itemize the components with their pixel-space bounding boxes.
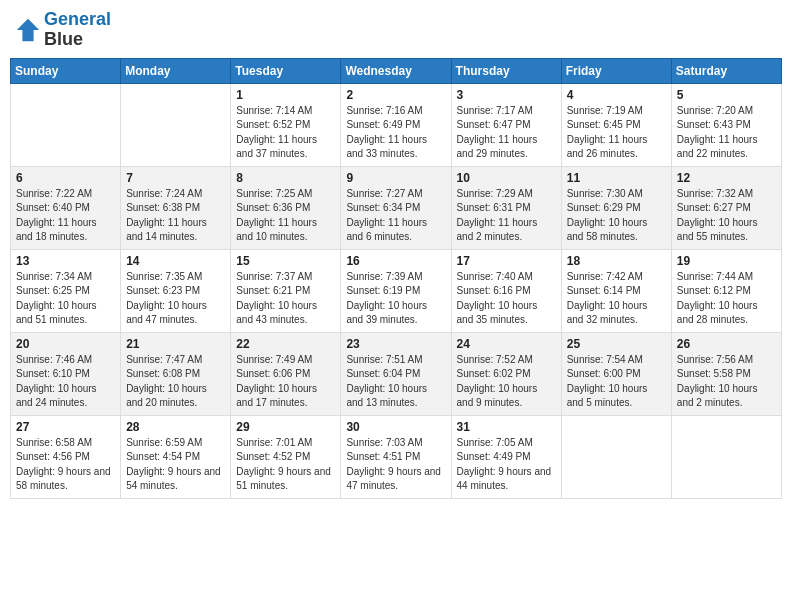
day-number: 17 [457,254,556,268]
calendar-cell: 12Sunrise: 7:32 AM Sunset: 6:27 PM Dayli… [671,166,781,249]
day-info: Sunrise: 7:03 AM Sunset: 4:51 PM Dayligh… [346,436,445,494]
calendar-week-4: 20Sunrise: 7:46 AM Sunset: 6:10 PM Dayli… [11,332,782,415]
day-number: 18 [567,254,666,268]
calendar-week-1: 1Sunrise: 7:14 AM Sunset: 6:52 PM Daylig… [11,83,782,166]
day-info: Sunrise: 7:54 AM Sunset: 6:00 PM Dayligh… [567,353,666,411]
day-info: Sunrise: 7:29 AM Sunset: 6:31 PM Dayligh… [457,187,556,245]
calendar-cell: 9Sunrise: 7:27 AM Sunset: 6:34 PM Daylig… [341,166,451,249]
calendar-cell: 8Sunrise: 7:25 AM Sunset: 6:36 PM Daylig… [231,166,341,249]
day-info: Sunrise: 7:52 AM Sunset: 6:02 PM Dayligh… [457,353,556,411]
day-number: 29 [236,420,335,434]
weekday-header-tuesday: Tuesday [231,58,341,83]
calendar-cell: 3Sunrise: 7:17 AM Sunset: 6:47 PM Daylig… [451,83,561,166]
logo-text: General Blue [44,10,111,50]
day-number: 8 [236,171,335,185]
day-info: Sunrise: 7:46 AM Sunset: 6:10 PM Dayligh… [16,353,115,411]
day-number: 20 [16,337,115,351]
day-number: 21 [126,337,225,351]
page-header: General Blue [10,10,782,50]
day-info: Sunrise: 7:49 AM Sunset: 6:06 PM Dayligh… [236,353,335,411]
day-number: 15 [236,254,335,268]
calendar-cell: 30Sunrise: 7:03 AM Sunset: 4:51 PM Dayli… [341,415,451,498]
day-number: 4 [567,88,666,102]
day-number: 3 [457,88,556,102]
calendar-week-3: 13Sunrise: 7:34 AM Sunset: 6:25 PM Dayli… [11,249,782,332]
day-number: 25 [567,337,666,351]
day-number: 9 [346,171,445,185]
calendar-cell: 25Sunrise: 7:54 AM Sunset: 6:00 PM Dayli… [561,332,671,415]
calendar-cell: 11Sunrise: 7:30 AM Sunset: 6:29 PM Dayli… [561,166,671,249]
day-number: 23 [346,337,445,351]
calendar-cell: 16Sunrise: 7:39 AM Sunset: 6:19 PM Dayli… [341,249,451,332]
weekday-header-monday: Monday [121,58,231,83]
calendar-cell: 26Sunrise: 7:56 AM Sunset: 5:58 PM Dayli… [671,332,781,415]
day-info: Sunrise: 6:59 AM Sunset: 4:54 PM Dayligh… [126,436,225,494]
calendar-cell: 28Sunrise: 6:59 AM Sunset: 4:54 PM Dayli… [121,415,231,498]
calendar-cell: 22Sunrise: 7:49 AM Sunset: 6:06 PM Dayli… [231,332,341,415]
day-number: 2 [346,88,445,102]
weekday-header-thursday: Thursday [451,58,561,83]
calendar-cell: 4Sunrise: 7:19 AM Sunset: 6:45 PM Daylig… [561,83,671,166]
calendar-cell [11,83,121,166]
day-info: Sunrise: 7:16 AM Sunset: 6:49 PM Dayligh… [346,104,445,162]
day-info: Sunrise: 7:32 AM Sunset: 6:27 PM Dayligh… [677,187,776,245]
day-number: 27 [16,420,115,434]
day-number: 22 [236,337,335,351]
day-number: 28 [126,420,225,434]
day-info: Sunrise: 6:58 AM Sunset: 4:56 PM Dayligh… [16,436,115,494]
logo: General Blue [14,10,111,50]
calendar-cell: 19Sunrise: 7:44 AM Sunset: 6:12 PM Dayli… [671,249,781,332]
calendar-cell: 6Sunrise: 7:22 AM Sunset: 6:40 PM Daylig… [11,166,121,249]
day-number: 1 [236,88,335,102]
day-number: 19 [677,254,776,268]
day-info: Sunrise: 7:01 AM Sunset: 4:52 PM Dayligh… [236,436,335,494]
day-info: Sunrise: 7:24 AM Sunset: 6:38 PM Dayligh… [126,187,225,245]
calendar-cell [121,83,231,166]
day-number: 5 [677,88,776,102]
day-number: 13 [16,254,115,268]
day-info: Sunrise: 7:42 AM Sunset: 6:14 PM Dayligh… [567,270,666,328]
weekday-header-sunday: Sunday [11,58,121,83]
weekday-header-wednesday: Wednesday [341,58,451,83]
calendar-cell: 23Sunrise: 7:51 AM Sunset: 6:04 PM Dayli… [341,332,451,415]
day-info: Sunrise: 7:37 AM Sunset: 6:21 PM Dayligh… [236,270,335,328]
day-number: 26 [677,337,776,351]
weekday-header-saturday: Saturday [671,58,781,83]
weekday-header-row: SundayMondayTuesdayWednesdayThursdayFrid… [11,58,782,83]
day-info: Sunrise: 7:39 AM Sunset: 6:19 PM Dayligh… [346,270,445,328]
day-info: Sunrise: 7:17 AM Sunset: 6:47 PM Dayligh… [457,104,556,162]
day-number: 10 [457,171,556,185]
day-info: Sunrise: 7:14 AM Sunset: 6:52 PM Dayligh… [236,104,335,162]
day-info: Sunrise: 7:40 AM Sunset: 6:16 PM Dayligh… [457,270,556,328]
calendar-cell: 17Sunrise: 7:40 AM Sunset: 6:16 PM Dayli… [451,249,561,332]
day-info: Sunrise: 7:51 AM Sunset: 6:04 PM Dayligh… [346,353,445,411]
calendar-cell [561,415,671,498]
calendar-cell: 15Sunrise: 7:37 AM Sunset: 6:21 PM Dayli… [231,249,341,332]
day-info: Sunrise: 7:20 AM Sunset: 6:43 PM Dayligh… [677,104,776,162]
day-info: Sunrise: 7:05 AM Sunset: 4:49 PM Dayligh… [457,436,556,494]
day-number: 30 [346,420,445,434]
day-number: 6 [16,171,115,185]
calendar-cell: 10Sunrise: 7:29 AM Sunset: 6:31 PM Dayli… [451,166,561,249]
calendar-cell: 2Sunrise: 7:16 AM Sunset: 6:49 PM Daylig… [341,83,451,166]
day-number: 7 [126,171,225,185]
day-number: 16 [346,254,445,268]
day-number: 31 [457,420,556,434]
calendar-cell: 27Sunrise: 6:58 AM Sunset: 4:56 PM Dayli… [11,415,121,498]
calendar-cell: 14Sunrise: 7:35 AM Sunset: 6:23 PM Dayli… [121,249,231,332]
day-info: Sunrise: 7:19 AM Sunset: 6:45 PM Dayligh… [567,104,666,162]
calendar-cell: 7Sunrise: 7:24 AM Sunset: 6:38 PM Daylig… [121,166,231,249]
calendar-table: SundayMondayTuesdayWednesdayThursdayFrid… [10,58,782,499]
calendar-cell: 13Sunrise: 7:34 AM Sunset: 6:25 PM Dayli… [11,249,121,332]
day-number: 12 [677,171,776,185]
day-number: 14 [126,254,225,268]
calendar-cell [671,415,781,498]
logo-icon [14,16,42,44]
calendar-cell: 1Sunrise: 7:14 AM Sunset: 6:52 PM Daylig… [231,83,341,166]
day-info: Sunrise: 7:22 AM Sunset: 6:40 PM Dayligh… [16,187,115,245]
calendar-cell: 24Sunrise: 7:52 AM Sunset: 6:02 PM Dayli… [451,332,561,415]
calendar-week-5: 27Sunrise: 6:58 AM Sunset: 4:56 PM Dayli… [11,415,782,498]
weekday-header-friday: Friday [561,58,671,83]
calendar-cell: 18Sunrise: 7:42 AM Sunset: 6:14 PM Dayli… [561,249,671,332]
calendar-week-2: 6Sunrise: 7:22 AM Sunset: 6:40 PM Daylig… [11,166,782,249]
